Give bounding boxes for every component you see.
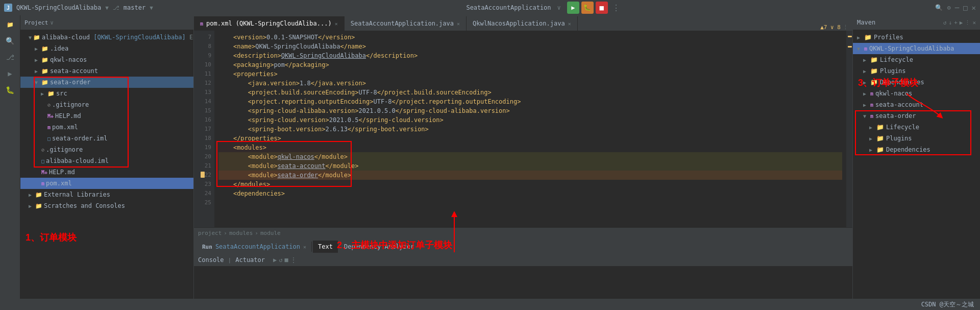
maven-deps-order[interactable]: ▶ 📁 Dependencies: [853, 144, 980, 155]
maven-plugins-order[interactable]: ▶ 📁 Plugins: [853, 133, 980, 144]
run-icon[interactable]: ▶: [2, 66, 18, 81]
run-tab-label[interactable]: Run: [202, 244, 212, 250]
maven-profiles[interactable]: ▶ 📁 Profiles: [853, 32, 980, 43]
more-button[interactable]: ⋮: [610, 2, 622, 14]
maven-deps-root[interactable]: ▶ 📁 Dependencies: [853, 77, 980, 88]
tree-item-seata-account[interactable]: ▶ 📁 seata-account: [20, 65, 193, 77]
editor-toolbar-right: ▲7 ∨ 8 ⋮: [820, 24, 852, 31]
maven-lifecycle-root[interactable]: ▶ 📁 Lifecycle: [853, 54, 980, 65]
tree-item-pom-order[interactable]: ▶ m pom.xml: [20, 122, 193, 133]
maven-root[interactable]: ▼ m QKWL-SpringCloudAlibaba: [853, 43, 980, 54]
dependency-tab[interactable]: Dependency Analyzer: [339, 241, 419, 253]
console-stop-icon[interactable]: ■: [284, 256, 288, 264]
actuator-tab[interactable]: Actuator: [235, 256, 265, 264]
console-tab[interactable]: Console: [198, 256, 224, 264]
editor-more-button[interactable]: ⋮: [843, 24, 848, 31]
code-line-24: <dependencies>: [218, 189, 842, 198]
tree-item-alibaba-iml[interactable]: ▶ □ alibaba-cloud.iml: [20, 155, 193, 166]
code-line-15: <spring-cloud-alibaba.version>2021.0.5.0…: [218, 106, 842, 115]
tab-pom-icon: m: [200, 21, 203, 27]
title-bar-center: SeataAccountApplication ∨ ▶ 🐛 ■ ⋮: [466, 2, 622, 14]
tab-seata[interactable]: SeataAccountApplication.java ✕: [345, 16, 467, 31]
maven-nacos[interactable]: ▶ m qkwl-nacos: [853, 88, 980, 99]
maven-lifecycle-order[interactable]: ▶ 📁 Lifecycle: [853, 122, 980, 133]
code-line-14: <project.reporting.outputEncoding>UTF-8<…: [218, 97, 842, 106]
project-panel: Project ∨ ▼ 📁 alibaba-cloud [QKWL-Spring…: [20, 15, 194, 310]
search-files-icon[interactable]: 🔍: [2, 34, 18, 48]
title-bar-right: 🔍 ⚙ ─ □ ✕: [935, 4, 976, 12]
status-bar-right: CSDN @天空～之城: [921, 300, 974, 309]
code-line-21: <module>seata-account</module>: [218, 161, 842, 171]
tree-item-gitignore-root[interactable]: ▶ ⊘ .gitignore: [20, 144, 193, 155]
tree-item-help-order[interactable]: ▶ M+ HELP.md: [20, 110, 193, 122]
tree-item-scratches[interactable]: ▶ 📁 Scratches and Consoles: [20, 200, 193, 211]
run-controls: ▶ 🐛 ■ ⋮: [567, 2, 622, 14]
tree-item-nacos[interactable]: ▶ 📁 qkwl-nacos: [20, 54, 193, 65]
tab-pom-close[interactable]: ✕: [335, 21, 338, 27]
status-bar: CSDN @天空～之城: [0, 299, 980, 310]
project-icon[interactable]: 📁: [2, 17, 18, 32]
project-panel-header: Project ∨: [20, 15, 193, 30]
code-line-9: <description>QKWL-SpringCloudAlibaba</de…: [218, 51, 842, 60]
search-button[interactable]: 🔍: [935, 4, 943, 11]
breadcrumb-item-2[interactable]: modules: [229, 230, 253, 236]
maven-seata-account[interactable]: ▶ m seata-account: [853, 99, 980, 110]
editor-with-sidebar: 7 8 9 10 11 12 13 14 15 16 17 18 19 20 2…: [194, 31, 852, 227]
stop-button[interactable]: ■: [596, 2, 608, 14]
tree-item-external-libs[interactable]: ▶ 📁 External Libraries: [20, 189, 193, 200]
tree-item-gitignore-order[interactable]: ▶ ⊘ .gitignore: [20, 99, 193, 110]
tree-item-src[interactable]: ▶ 📁 src: [20, 88, 193, 99]
text-tab[interactable]: Text: [313, 241, 338, 253]
maven-controls: ↺ ↓ + ▶ ⋮ ✕: [943, 19, 976, 26]
console-restart-icon[interactable]: ↺: [279, 256, 282, 264]
branch-name: master: [124, 4, 145, 11]
code-line-25: [218, 198, 842, 207]
maven-seata-order-section: ▼ m seata-order ▶ 📁 Lifecycle ▶ 📁 Plugin…: [853, 110, 980, 155]
code-line-22: <module>seata-order</module>: [218, 171, 842, 180]
tree-item-idea[interactable]: ▶ 📁 .idea: [20, 43, 193, 54]
settings-button[interactable]: ⚙: [947, 4, 950, 11]
tree-item-root[interactable]: ▼ 📁 alibaba-cloud [QKWL-SpringCloudAliba…: [20, 32, 193, 43]
tree-item-seata-order[interactable]: ▼ 📁 seata-order: [20, 77, 193, 88]
code-content[interactable]: <version>0.0.1-SNAPSHOT</version> <name>…: [214, 31, 846, 227]
tab-nacos[interactable]: QkwlNacosApplication.java ✕: [467, 16, 578, 31]
tree-item-iml-order[interactable]: ▶ □ seata-order.iml: [20, 133, 193, 144]
console-run-icon[interactable]: ▶: [273, 256, 277, 264]
tab-seata-label: SeataAccountApplication.java: [351, 20, 454, 27]
maven-seata-order[interactable]: ▼ m seata-order: [853, 110, 980, 122]
maximize-button[interactable]: □: [963, 4, 967, 12]
code-line-8: <name>QKWL-SpringCloudAlibaba</name>: [218, 42, 842, 51]
tab-nacos-close[interactable]: ✕: [568, 21, 571, 27]
tab-seata-close[interactable]: ✕: [457, 21, 460, 27]
tree-item-help-root[interactable]: ▶ M+ HELP.md: [20, 166, 193, 178]
debug-button[interactable]: 🐛: [581, 2, 594, 14]
breadcrumb-item-3[interactable]: module: [260, 230, 281, 236]
code-line-23: </modules>: [218, 180, 842, 189]
git-icon[interactable]: ⎇: [2, 50, 18, 64]
code-line-19: <modules>: [218, 143, 842, 152]
breadcrumb-item-1[interactable]: project: [198, 230, 222, 236]
console-more-icon[interactable]: ⋮: [290, 256, 297, 264]
project-tree: ▼ 📁 alibaba-cloud [QKWL-SpringCloudAliba…: [20, 30, 193, 310]
editor-scrollbar[interactable]: [846, 31, 852, 227]
code-line-11: <properties>: [218, 69, 842, 79]
tree-item-pom-root[interactable]: ▶ m pom.xml: [20, 178, 193, 189]
tab-pom[interactable]: m pom.xml (QKWL-SpringCloudAliba...) ✕: [194, 16, 345, 31]
bottom-tab-bar: Run SeataAccountApplication ✕ Text Depen…: [194, 240, 852, 254]
warning-mark-1: [848, 36, 852, 37]
warning-count: ▲7 ∨ 8: [820, 24, 841, 31]
debug-icon[interactable]: 🐛: [2, 83, 18, 97]
maven-panel-header: Maven ↺ ↓ + ▶ ⋮ ✕: [853, 15, 980, 30]
maven-title: Maven: [857, 19, 875, 26]
maven-plugins-root[interactable]: ▶ 📁 Plugins: [853, 65, 980, 77]
minimize-button[interactable]: ─: [955, 4, 959, 12]
code-line-18: </properties>: [218, 134, 842, 143]
run-button[interactable]: ▶: [567, 2, 579, 14]
app-title: QKWL-SpringCloudAlibaba: [16, 4, 101, 11]
code-line-17: <spring-boot.version>2.6.13</spring-boot…: [218, 125, 842, 134]
tab-pom-label: pom.xml (QKWL-SpringCloudAliba...): [206, 20, 332, 27]
run-section: Run SeataAccountApplication ✕: [198, 241, 310, 253]
close-button[interactable]: ✕: [972, 4, 976, 12]
annotation-1-label: 1、订单模块: [26, 231, 77, 244]
run-tab-config[interactable]: SeataAccountApplication: [215, 243, 300, 250]
